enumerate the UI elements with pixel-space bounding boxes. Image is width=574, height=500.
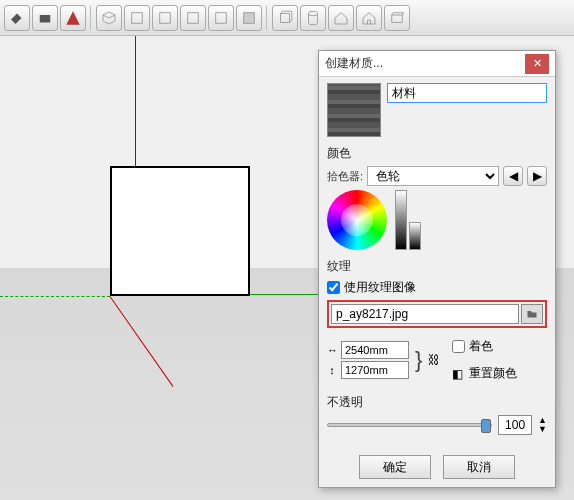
- svg-rect-2: [160, 12, 171, 23]
- view-back-icon[interactable]: [208, 5, 234, 31]
- view-left-icon[interactable]: [236, 5, 262, 31]
- picker-label: 拾色器:: [327, 169, 363, 184]
- texture-width-input[interactable]: [341, 341, 409, 359]
- value-preview: [409, 222, 421, 250]
- svg-rect-0: [40, 15, 51, 23]
- svg-rect-4: [216, 12, 227, 23]
- paint-bucket-icon[interactable]: [4, 5, 30, 31]
- model-house2-icon[interactable]: [356, 5, 382, 31]
- dialog-titlebar[interactable]: 创建材质... ✕: [319, 51, 555, 77]
- browse-button[interactable]: [521, 304, 543, 324]
- aspect-lock-icon[interactable]: ⛓: [428, 353, 442, 367]
- use-texture-label: 使用纹理图像: [344, 279, 416, 296]
- color-section-label: 颜色: [327, 145, 547, 162]
- material-name-input[interactable]: [387, 83, 547, 103]
- link-bracket-icon: }: [415, 347, 422, 373]
- axis-x: [110, 296, 174, 387]
- height-icon: ↕: [327, 364, 337, 376]
- model-house1-icon[interactable]: [328, 5, 354, 31]
- opacity-value-input[interactable]: [498, 415, 532, 435]
- ok-button[interactable]: 确定: [359, 455, 431, 479]
- opacity-slider-thumb[interactable]: [481, 419, 491, 433]
- info-icon[interactable]: [60, 5, 86, 31]
- reset-color-icon[interactable]: ◧: [452, 367, 465, 381]
- opacity-slider[interactable]: [327, 423, 492, 427]
- texture-path-input[interactable]: [331, 304, 519, 324]
- width-icon: ↔: [327, 344, 337, 356]
- picker-select[interactable]: 色轮: [367, 166, 499, 186]
- svg-rect-3: [188, 12, 199, 23]
- model-box2-icon[interactable]: [384, 5, 410, 31]
- texture-path-highlight: [327, 300, 547, 328]
- reset-color-label: 重置颜色: [469, 365, 517, 382]
- texture-height-input[interactable]: [341, 361, 409, 379]
- toolbar-separator: [266, 6, 268, 30]
- svg-rect-5: [244, 12, 255, 23]
- texture-section-label: 纹理: [327, 258, 547, 275]
- axis-y-neg: [0, 296, 110, 297]
- axis-y-pos: [250, 294, 320, 295]
- main-toolbar: [0, 0, 574, 36]
- tint-checkbox[interactable]: [452, 340, 465, 353]
- view-front-icon[interactable]: [152, 5, 178, 31]
- color-wheel[interactable]: [327, 190, 387, 250]
- opacity-section-label: 不透明: [327, 394, 547, 411]
- value-slider[interactable]: [395, 190, 407, 250]
- dialog-body: 颜色 拾色器: 色轮 ◀ ▶ 纹理 使用纹理图像: [319, 77, 555, 449]
- svg-rect-1: [132, 12, 143, 23]
- toolbar-separator: [90, 6, 92, 30]
- use-texture-checkbox[interactable]: [327, 281, 340, 294]
- opacity-spinner-icon[interactable]: ▲▼: [538, 416, 547, 434]
- print-icon[interactable]: [32, 5, 58, 31]
- material-preview: [327, 83, 381, 137]
- view-iso-icon[interactable]: [96, 5, 122, 31]
- close-button[interactable]: ✕: [525, 54, 549, 74]
- dialog-title-text: 创建材质...: [325, 55, 525, 72]
- model-cylinder-icon[interactable]: [300, 5, 326, 31]
- picker-back-icon[interactable]: ◀: [503, 166, 523, 186]
- create-material-dialog: 创建材质... ✕ 颜色 拾色器: 色轮 ◀ ▶ 纹理 使用纹理图像: [318, 50, 556, 488]
- axis-z: [135, 36, 136, 176]
- svg-point-6: [309, 11, 318, 16]
- model-box-icon[interactable]: [272, 5, 298, 31]
- picker-fwd-icon[interactable]: ▶: [527, 166, 547, 186]
- model-face[interactable]: [110, 166, 250, 296]
- view-top-icon[interactable]: [124, 5, 150, 31]
- cancel-button[interactable]: 取消: [443, 455, 515, 479]
- view-right-icon[interactable]: [180, 5, 206, 31]
- tint-label: 着色: [469, 338, 493, 355]
